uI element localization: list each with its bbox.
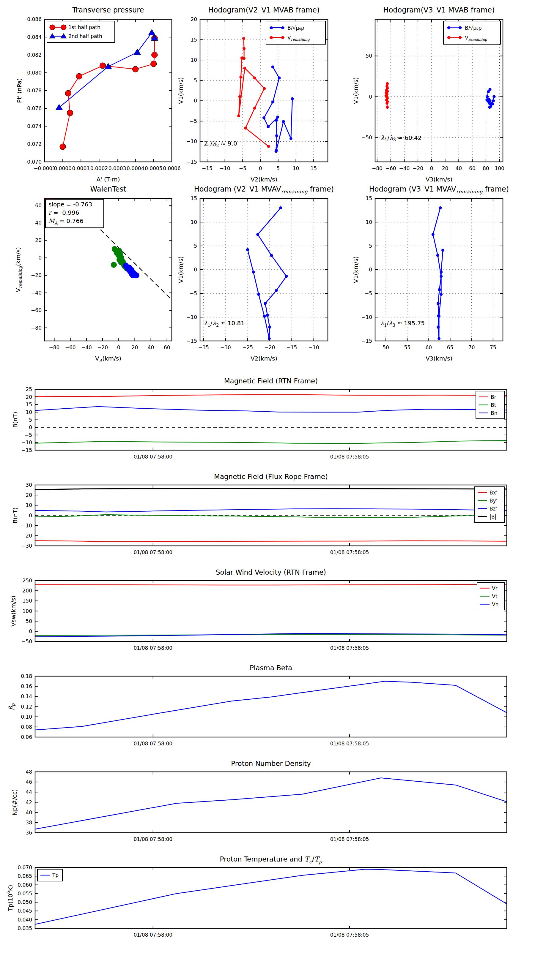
- ts3-series-Vt: [35, 634, 507, 635]
- ts6-xtick: 01/08 07:58:05: [330, 932, 369, 938]
- ts2-series-Bx': [35, 541, 507, 542]
- p1-legend-label: 2nd half path: [69, 33, 102, 39]
- p4-xtick: −40: [81, 345, 92, 350]
- ts5-ytick: 38: [26, 819, 32, 826]
- ts1-ytick: 20: [26, 394, 32, 400]
- p3-xtick: 0: [430, 165, 433, 171]
- ts5-ylabel: Np(#/cc): [11, 789, 18, 816]
- p4-xtick: −60: [65, 345, 76, 350]
- ts3-ytick: −50: [21, 638, 32, 644]
- ts1-ylabel: B(nT): [11, 412, 19, 428]
- p6-ytick: 10: [366, 219, 372, 225]
- p1-xtick: 0.0005: [145, 165, 162, 171]
- p1-xtick: 0.0006: [163, 165, 180, 171]
- p4-xtick: 0: [117, 345, 120, 350]
- ts2-ytick: −30: [21, 543, 32, 549]
- p2-ytick: 20: [190, 16, 197, 22]
- plot-p6: Hodogram (V3_V1 MVAVremaining frame)V3(k…: [352, 185, 509, 362]
- p5-ytick: 0: [194, 267, 197, 273]
- ts6-ytick: 0.040: [18, 917, 32, 923]
- ts1-legend-label: Br: [491, 394, 497, 400]
- plot-ts4: Plasma Betaβp01/08 07:58:0001/08 07:58:0…: [8, 664, 507, 746]
- p5-xtick: −30: [220, 345, 231, 350]
- p5-xtick: −20: [264, 345, 275, 350]
- ts3-ylabel: Vsw(km/s): [10, 595, 17, 626]
- p5-ylabel: V1(km/s): [177, 256, 184, 283]
- ts2-legend-label: Bx': [490, 490, 497, 496]
- p5-xtick: −35: [198, 345, 209, 350]
- ts4-series-beta: [35, 681, 507, 730]
- p2-ytick: 15: [190, 37, 197, 43]
- ts2-legend-label: |B|: [490, 514, 497, 520]
- figure-page: Transverse pressureA' (T·m)Pt' (nPa)−0.0…: [0, 0, 535, 980]
- ts2-legend: Bx'By'Bz'|B|: [475, 487, 505, 522]
- ts6-ytick: 0.060: [18, 882, 32, 888]
- ts2-ytick: −20: [21, 533, 32, 539]
- ts5-ytick: 46: [26, 779, 32, 785]
- p5-series-V-path: [246, 207, 288, 340]
- ts6-ytick: 0.055: [18, 891, 32, 897]
- p1-title: Transverse pressure: [72, 6, 144, 14]
- p1-xtick: 0.0004: [127, 165, 144, 171]
- ts1-ytick: 5: [29, 417, 32, 423]
- plot-ts3: Solar Wind Velocity (RTN Frame)Vsw(km/s)…: [10, 568, 507, 651]
- p2-xtick: 15: [310, 165, 317, 171]
- ts6-ytick: 0.045: [18, 908, 32, 914]
- p6-ytick: −5: [365, 290, 372, 296]
- p4-stats-box: slope = -0.763r = -0.996MA = 0.766: [45, 199, 104, 228]
- plot-ts5: Proton Number DensityNp(#/cc)01/08 07:58…: [11, 760, 507, 842]
- ts4-title: Plasma Beta: [250, 664, 292, 672]
- ts4-ytick: 0.18: [21, 673, 32, 679]
- p3-xtick: −60: [385, 165, 396, 171]
- p6-ylabel: V1(km/s): [352, 256, 359, 283]
- ts6-series-Tp: [35, 869, 507, 924]
- p4-xtick: −80: [49, 345, 60, 350]
- ts2-ytick: 20: [26, 492, 32, 498]
- ts5-ytick: 36: [26, 830, 32, 836]
- p1-ytick: 0.072: [27, 141, 42, 147]
- p4-ytick: 40: [35, 220, 42, 226]
- ts2-legend-label: By': [490, 498, 497, 504]
- ts4-ytick: 0.12: [21, 704, 32, 710]
- ts5-series-Np: [35, 778, 507, 829]
- p6-ytick: 15: [366, 196, 372, 201]
- p3-ytick: 50: [366, 53, 372, 59]
- p2-xtick: −10: [220, 165, 230, 171]
- p3-series-B-: [485, 88, 495, 109]
- ts3-ytick: 0: [29, 628, 32, 634]
- p4-ytick: −80: [31, 325, 42, 331]
- ts4-xtick: 01/08 07:58:05: [330, 741, 369, 746]
- p2-ytick: 0: [194, 98, 197, 103]
- ts4-ytick: 0.10: [21, 714, 32, 720]
- ts5-ytick: 40: [26, 810, 32, 816]
- ts4-ytick: 0.14: [21, 694, 32, 699]
- p4-title: WalenTest: [90, 185, 126, 193]
- ts2-series-Bz': [35, 509, 507, 512]
- p6-ytick: −15: [361, 338, 372, 344]
- p4-ytick: −20: [31, 272, 42, 278]
- ts4-ylabel: βp: [8, 703, 16, 710]
- ts5-xtick: 01/08 07:58:00: [133, 836, 172, 842]
- p5-ytick: −15: [186, 338, 197, 344]
- ts6-legend: Tp: [37, 869, 62, 881]
- ts4-ytick: 0.16: [21, 683, 32, 689]
- p1-xtick: 0.0002: [90, 165, 108, 171]
- ts4-xtick: 01/08 07:58:00: [133, 741, 172, 746]
- p2-xtick: 0: [259, 165, 262, 171]
- p6-ytick: 0: [369, 267, 372, 273]
- p6-xtick: 55: [404, 345, 410, 350]
- p4-ytick: −60: [31, 307, 42, 313]
- p1-ytick: 0.078: [27, 88, 42, 94]
- p6-xtick: 60: [426, 345, 432, 350]
- p3-xtick: 80: [483, 165, 489, 171]
- ts2-title: Magnetic Field (Flux Rope Frame): [214, 473, 328, 480]
- ts3-legend-label: Vr: [492, 585, 498, 591]
- p6-xtick: 50: [383, 345, 389, 350]
- p5-ytick: −10: [186, 314, 197, 320]
- p3-title: Hodogram(V3_V1 MVAB frame): [383, 6, 495, 14]
- p2-legend-label: B/√μ₀ρ: [287, 25, 304, 31]
- ts1-series-Bt: [35, 441, 507, 443]
- ts2-series--B-: [35, 488, 507, 489]
- ts6-ylabel: Tp(106K): [6, 885, 14, 911]
- p1-ytick: 0.086: [27, 16, 42, 22]
